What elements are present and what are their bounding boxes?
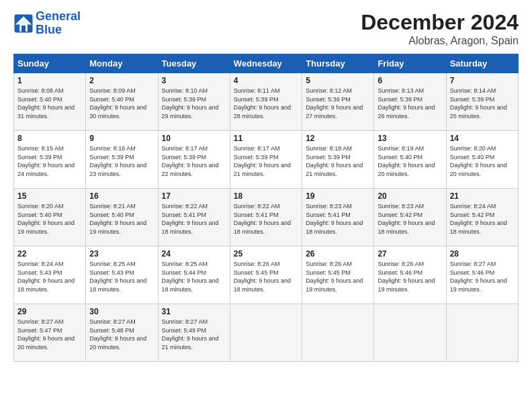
calendar-week-4: 22Sunrise: 8:24 AMSunset: 5:43 PMDayligh… — [14, 246, 519, 304]
day-number: 26 — [306, 249, 370, 259]
calendar-cell: 14Sunrise: 8:20 AMSunset: 5:40 PMDayligh… — [446, 131, 518, 189]
logo-text: General Blue — [36, 10, 81, 37]
day-number: 2 — [89, 76, 154, 85]
day-number: 17 — [162, 191, 226, 201]
day-info: Sunrise: 8:14 AMSunset: 5:39 PMDaylight:… — [450, 87, 515, 120]
day-info: Sunrise: 8:27 AMSunset: 5:47 PMDaylight:… — [17, 318, 82, 351]
day-info: Sunrise: 8:22 AMSunset: 5:41 PMDaylight:… — [234, 202, 298, 236]
logo-line2: Blue — [36, 23, 62, 36]
day-number: 8 — [17, 134, 82, 143]
day-info: Sunrise: 8:23 AMSunset: 5:41 PMDaylight:… — [306, 202, 370, 236]
day-info: Sunrise: 8:27 AMSunset: 5:49 PMDaylight:… — [162, 318, 226, 351]
page-header: General Blue December 2024 Alobras, Arag… — [13, 10, 519, 47]
day-number: 7 — [450, 76, 515, 85]
calendar-week-1: 1Sunrise: 8:08 AMSunset: 5:40 PMDaylight… — [14, 73, 519, 131]
svg-rect-3 — [21, 26, 26, 32]
day-info: Sunrise: 8:25 AMSunset: 5:43 PMDaylight:… — [89, 260, 154, 293]
subtitle: Alobras, Aragon, Spain — [361, 35, 519, 47]
day-number: 24 — [162, 249, 226, 259]
calendar-week-3: 15Sunrise: 8:20 AMSunset: 5:40 PMDayligh… — [14, 189, 519, 246]
day-number: 16 — [89, 191, 154, 201]
calendar-cell: 28Sunrise: 8:27 AMSunset: 5:46 PMDayligh… — [446, 246, 518, 304]
day-info: Sunrise: 8:13 AMSunset: 5:39 PMDaylight:… — [378, 87, 442, 120]
day-info: Sunrise: 8:24 AMSunset: 5:42 PMDaylight:… — [450, 202, 515, 236]
day-info: Sunrise: 8:08 AMSunset: 5:40 PMDaylight:… — [17, 87, 82, 120]
day-info: Sunrise: 8:19 AMSunset: 5:40 PMDaylight:… — [378, 144, 442, 178]
calendar-cell: 5Sunrise: 8:12 AMSunset: 5:39 PMDaylight… — [302, 73, 374, 131]
calendar-week-2: 8Sunrise: 8:15 AMSunset: 5:39 PMDaylight… — [14, 131, 519, 189]
calendar-cell: 2Sunrise: 8:09 AMSunset: 5:40 PMDaylight… — [86, 73, 158, 131]
day-info: Sunrise: 8:21 AMSunset: 5:40 PMDaylight:… — [89, 202, 154, 236]
day-number: 18 — [234, 191, 298, 201]
day-info: Sunrise: 8:23 AMSunset: 5:42 PMDaylight:… — [378, 202, 442, 236]
day-number: 30 — [89, 307, 154, 316]
day-number: 6 — [378, 76, 442, 85]
calendar-week-5: 29Sunrise: 8:27 AMSunset: 5:47 PMDayligh… — [14, 304, 519, 362]
calendar-cell: 11Sunrise: 8:17 AMSunset: 5:39 PMDayligh… — [230, 131, 302, 189]
weekday-header-thursday: Thursday — [302, 54, 374, 73]
day-number: 22 — [17, 249, 82, 259]
calendar-cell: 18Sunrise: 8:22 AMSunset: 5:41 PMDayligh… — [230, 189, 302, 246]
calendar-cell: 17Sunrise: 8:22 AMSunset: 5:41 PMDayligh… — [158, 189, 230, 246]
day-number: 19 — [306, 191, 370, 201]
day-info: Sunrise: 8:12 AMSunset: 5:39 PMDaylight:… — [306, 87, 370, 120]
calendar-cell: 3Sunrise: 8:10 AMSunset: 5:39 PMDaylight… — [158, 73, 230, 131]
logo-line1: General — [36, 9, 81, 23]
day-number: 3 — [162, 76, 226, 85]
calendar-cell: 24Sunrise: 8:25 AMSunset: 5:44 PMDayligh… — [158, 246, 230, 304]
day-number: 4 — [234, 76, 298, 85]
day-number: 29 — [17, 307, 82, 316]
day-info: Sunrise: 8:09 AMSunset: 5:40 PMDaylight:… — [89, 87, 154, 120]
day-number: 12 — [306, 134, 370, 143]
calendar-cell: 7Sunrise: 8:14 AMSunset: 5:39 PMDaylight… — [446, 73, 518, 131]
weekday-header-saturday: Saturday — [446, 54, 518, 73]
day-info: Sunrise: 8:10 AMSunset: 5:39 PMDaylight:… — [162, 87, 226, 120]
calendar-cell: 25Sunrise: 8:26 AMSunset: 5:45 PMDayligh… — [230, 246, 302, 304]
calendar-table: SundayMondayTuesdayWednesdayThursdayFrid… — [13, 54, 519, 362]
calendar-cell: 26Sunrise: 8:26 AMSunset: 5:45 PMDayligh… — [302, 246, 374, 304]
day-info: Sunrise: 8:11 AMSunset: 5:39 PMDaylight:… — [234, 87, 298, 120]
day-info: Sunrise: 8:17 AMSunset: 5:39 PMDaylight:… — [162, 144, 226, 178]
weekday-header-monday: Monday — [86, 54, 158, 73]
calendar-cell: 9Sunrise: 8:16 AMSunset: 5:39 PMDaylight… — [86, 131, 158, 189]
calendar-cell: 23Sunrise: 8:25 AMSunset: 5:43 PMDayligh… — [86, 246, 158, 304]
day-number: 10 — [162, 134, 226, 143]
weekday-header-friday: Friday — [374, 54, 446, 73]
day-number: 9 — [89, 134, 154, 143]
day-number: 23 — [89, 249, 154, 259]
calendar-cell: 1Sunrise: 8:08 AMSunset: 5:40 PMDaylight… — [14, 73, 86, 131]
calendar-cell — [446, 304, 518, 362]
day-info: Sunrise: 8:24 AMSunset: 5:43 PMDaylight:… — [17, 260, 82, 293]
weekday-header-row: SundayMondayTuesdayWednesdayThursdayFrid… — [14, 54, 519, 73]
main-title: December 2024 — [361, 10, 519, 35]
calendar-cell: 22Sunrise: 8:24 AMSunset: 5:43 PMDayligh… — [14, 246, 86, 304]
day-info: Sunrise: 8:26 AMSunset: 5:45 PMDaylight:… — [234, 260, 298, 293]
weekday-header-sunday: Sunday — [14, 54, 86, 73]
calendar-cell: 6Sunrise: 8:13 AMSunset: 5:39 PMDaylight… — [374, 73, 446, 131]
day-info: Sunrise: 8:26 AMSunset: 5:45 PMDaylight:… — [306, 260, 370, 293]
day-info: Sunrise: 8:20 AMSunset: 5:40 PMDaylight:… — [17, 202, 82, 236]
day-number: 31 — [162, 307, 226, 316]
day-info: Sunrise: 8:26 AMSunset: 5:46 PMDaylight:… — [378, 260, 442, 293]
day-number: 1 — [17, 76, 82, 85]
calendar-cell — [230, 304, 302, 362]
logo: General Blue — [13, 10, 81, 37]
day-info: Sunrise: 8:27 AMSunset: 5:48 PMDaylight:… — [89, 318, 154, 351]
day-number: 13 — [378, 134, 442, 143]
calendar-cell — [302, 304, 374, 362]
calendar-cell: 16Sunrise: 8:21 AMSunset: 5:40 PMDayligh… — [86, 189, 158, 246]
calendar-cell: 27Sunrise: 8:26 AMSunset: 5:46 PMDayligh… — [374, 246, 446, 304]
logo-icon — [13, 13, 34, 34]
calendar-cell: 31Sunrise: 8:27 AMSunset: 5:49 PMDayligh… — [158, 304, 230, 362]
calendar-cell: 20Sunrise: 8:23 AMSunset: 5:42 PMDayligh… — [374, 189, 446, 246]
day-info: Sunrise: 8:16 AMSunset: 5:39 PMDaylight:… — [89, 144, 154, 178]
weekday-header-wednesday: Wednesday — [230, 54, 302, 73]
calendar-cell — [374, 304, 446, 362]
day-number: 28 — [450, 249, 515, 259]
day-number: 27 — [378, 249, 442, 259]
calendar-page: General Blue December 2024 Alobras, Arag… — [0, 0, 532, 411]
calendar-cell: 29Sunrise: 8:27 AMSunset: 5:47 PMDayligh… — [14, 304, 86, 362]
day-info: Sunrise: 8:20 AMSunset: 5:40 PMDaylight:… — [450, 144, 515, 178]
day-number: 20 — [378, 191, 442, 201]
calendar-cell: 19Sunrise: 8:23 AMSunset: 5:41 PMDayligh… — [302, 189, 374, 246]
